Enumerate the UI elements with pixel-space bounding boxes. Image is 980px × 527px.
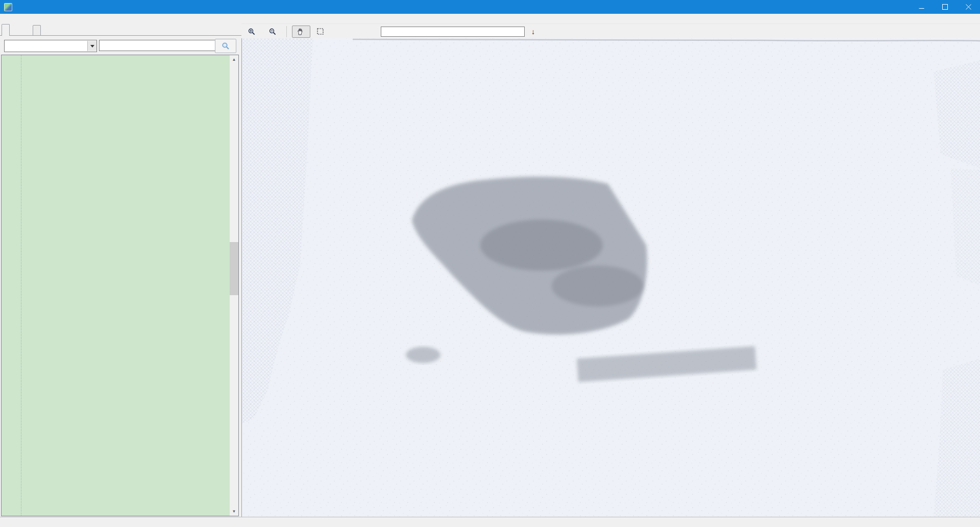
map-toolbar: ↓	[241, 23, 980, 39]
download-button[interactable]: ↓	[527, 25, 542, 38]
download-icon: ↓	[531, 28, 535, 36]
search-button[interactable]	[215, 39, 236, 53]
sidebar-search-row	[0, 39, 241, 54]
tree-guide-line	[21, 55, 21, 516]
tree-scrollbar[interactable]: ▲ ▼	[229, 55, 238, 516]
maximize-button[interactable]	[933, 0, 957, 14]
menu-bar	[0, 14, 980, 24]
scrollbar-thumb[interactable]	[230, 242, 238, 295]
rectangle-select-icon	[317, 28, 324, 35]
zoom-in-icon	[248, 28, 255, 35]
rectangle-button[interactable]	[312, 26, 331, 37]
keyword-input[interactable]	[99, 40, 216, 51]
app-icon	[4, 3, 12, 11]
scroll-down-icon[interactable]: ▼	[230, 507, 238, 516]
chevron-down-icon	[90, 45, 94, 50]
close-icon	[966, 4, 971, 10]
map-canvas[interactable]	[242, 38, 980, 517]
map-viewport	[241, 38, 980, 517]
minimize-button[interactable]	[910, 0, 933, 14]
window-controls	[910, 0, 980, 14]
tab-maps-tree[interactable]	[2, 24, 10, 36]
combobox-dropdown-button[interactable]	[87, 41, 96, 51]
hand-icon	[297, 28, 303, 35]
close-button[interactable]	[957, 0, 980, 14]
search-mode-combobox[interactable]	[4, 40, 97, 52]
app-window: ▲ ▼	[0, 0, 980, 527]
zoom-out-icon	[269, 28, 276, 35]
title-bar[interactable]	[0, 0, 980, 14]
zoom-in-button[interactable]	[243, 26, 262, 38]
search-icon	[222, 42, 230, 50]
tab-quick-goto[interactable]	[33, 25, 41, 35]
sidebar: ▲ ▼	[0, 23, 241, 517]
toolbar-separator	[286, 26, 287, 37]
minimize-icon	[919, 4, 924, 10]
status-bar	[0, 517, 980, 527]
toolbar-input[interactable]	[381, 27, 525, 37]
zoom-out-button[interactable]	[264, 26, 283, 38]
pan-map-button[interactable]	[292, 26, 310, 38]
maps-tree: ▲ ▼	[1, 55, 239, 516]
maximize-icon	[942, 4, 948, 10]
sidebar-tabs	[0, 24, 241, 36]
scroll-up-icon[interactable]: ▲	[230, 55, 238, 64]
